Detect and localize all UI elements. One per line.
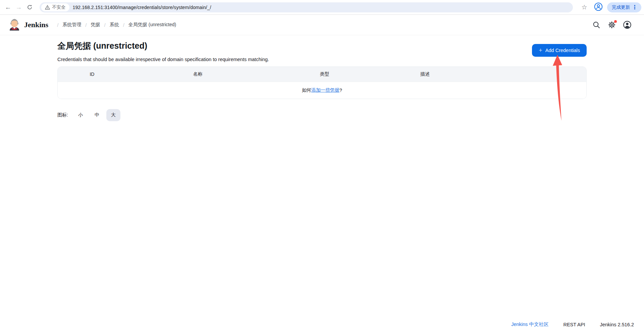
icon-size-small-button[interactable]: 小 — [73, 109, 88, 121]
warning-triangle-icon — [45, 5, 50, 10]
jenkins-community-link[interactable]: Jenkins 中文社区 — [511, 321, 548, 328]
icon-size-medium-button[interactable]: 中 — [90, 109, 104, 121]
breadcrumb-separator: / — [81, 22, 91, 28]
security-label: 不安全 — [52, 4, 66, 10]
add-credentials-button[interactable]: + Add Credentials — [532, 44, 587, 57]
column-header-id: ID — [58, 72, 126, 77]
icon-size-label: 图标: — [57, 112, 68, 118]
jenkins-version: Jenkins 2.516.2 — [600, 322, 634, 327]
notification-dot — [614, 20, 617, 23]
breadcrumb-separator: / — [100, 22, 110, 28]
browser-reload-button[interactable] — [24, 2, 35, 13]
credentials-table: ID 名称 类型 描述 如何 添加一些凭据 ? — [57, 66, 587, 99]
url-text[interactable]: 192.168.2.151:31400/manage/credentials/s… — [73, 5, 211, 10]
plus-icon: + — [539, 47, 542, 53]
column-header-name: 名称 — [126, 71, 269, 77]
breadcrumb-manage[interactable]: 系统管理 — [62, 22, 81, 28]
column-header-type: 类型 — [269, 71, 380, 77]
rest-api-link[interactable]: REST API — [563, 322, 585, 327]
jenkins-logo-icon[interactable] — [9, 18, 21, 31]
breadcrumb-system[interactable]: 系统 — [110, 22, 119, 28]
reload-icon — [27, 4, 33, 10]
empty-state-row: 如何 添加一些凭据 ? — [58, 82, 586, 99]
empty-state-text: 如何 — [302, 87, 311, 93]
add-some-credentials-link[interactable]: 添加一些凭据 — [311, 87, 339, 93]
profile-avatar-icon — [594, 2, 603, 12]
browser-profile-button[interactable] — [593, 2, 604, 13]
browser-back-button[interactable]: ← — [3, 2, 13, 13]
manage-jenkins-button[interactable] — [607, 20, 617, 30]
page-title: 全局凭据 (unrestricted) — [57, 40, 587, 51]
browser-menu-icon[interactable]: ⋮ — [630, 5, 639, 10]
credentials-table-header: ID 名称 类型 描述 — [58, 67, 586, 82]
browser-toolbar: ← → 不安全 192.168.2.151:31400/manage/crede… — [0, 0, 644, 15]
security-chip[interactable]: 不安全 — [41, 3, 69, 11]
browser-forward-button[interactable]: → — [13, 2, 24, 13]
bookmark-star-icon[interactable]: ☆ — [579, 2, 590, 13]
icon-size-selector: 图标: 小 中 大 — [57, 109, 587, 121]
icon-size-large-button[interactable]: 大 — [106, 109, 120, 121]
jenkins-wordmark[interactable]: Jenkins — [24, 20, 48, 29]
browser-update-button[interactable]: 完成更新 ⋮ — [607, 2, 641, 12]
breadcrumb-global-domain[interactable]: 全局凭据 (unrestricted) — [128, 22, 176, 28]
breadcrumb: / 系统管理 / 凭据 / 系统 / 全局凭据 (unrestricted) — [53, 22, 176, 28]
user-icon — [623, 20, 632, 29]
address-bar[interactable]: 不安全 192.168.2.151:31400/manage/credentia… — [40, 2, 573, 12]
page-description: Credentials that should be available irr… — [57, 57, 587, 62]
page-footer: Jenkins 中文社区 REST API Jenkins 2.516.2 — [511, 321, 634, 328]
user-account-button[interactable] — [622, 20, 632, 30]
update-label: 完成更新 — [612, 4, 630, 10]
breadcrumb-separator: / — [119, 22, 128, 28]
column-header-description: 描述 — [380, 71, 470, 77]
empty-state-question-mark: ? — [339, 88, 342, 93]
main-content: 全局凭据 (unrestricted) + Add Credentials Cr… — [57, 40, 587, 121]
breadcrumb-separator: / — [53, 22, 62, 28]
search-icon — [592, 21, 600, 29]
search-button[interactable] — [591, 20, 601, 30]
jenkins-header: Jenkins / 系统管理 / 凭据 / 系统 / 全局凭据 (unrestr… — [0, 15, 644, 35]
breadcrumb-credentials[interactable]: 凭据 — [91, 22, 100, 28]
add-credentials-label: Add Credentials — [545, 48, 580, 53]
